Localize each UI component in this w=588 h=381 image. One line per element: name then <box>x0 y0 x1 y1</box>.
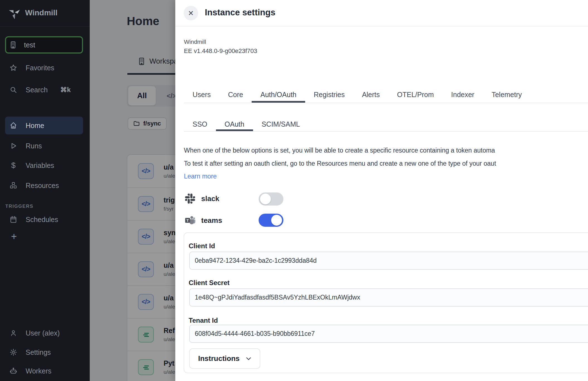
sidebar: Windmill test <box>0 0 90 381</box>
tab-core[interactable]: Core <box>219 87 252 103</box>
sidebar-item-workers[interactable]: Workers <box>0 364 90 378</box>
calendar-icon <box>9 215 18 224</box>
triggers-section-label: TRIGGERS <box>5 204 33 209</box>
description-line-1: When one of the below options is set, yo… <box>184 147 495 154</box>
sidebar-item-label: Workers <box>26 367 52 375</box>
sidebar-item-runs[interactable]: Runs <box>0 139 90 153</box>
sidebar-item-schedules[interactable]: Schedules <box>0 213 90 226</box>
sidebar-divider <box>0 26 90 26</box>
dollar-icon: $ <box>9 161 18 170</box>
learn-more-link[interactable]: Learn more <box>184 173 217 180</box>
play-icon <box>9 142 18 150</box>
windmill-app: Windmill test <box>0 0 588 381</box>
tab-auth-oauth[interactable]: Auth/OAuth <box>252 87 305 103</box>
sidebar-item-search[interactable]: Search ⌘k <box>0 83 90 97</box>
robot-icon <box>9 367 18 375</box>
integration-teams: T teams <box>185 213 222 228</box>
toggle-knob <box>271 215 282 226</box>
drawer-header: ✕ Instance settings <box>175 0 588 26</box>
workspace-selector[interactable]: test <box>5 36 83 54</box>
integration-slack: slack <box>185 191 219 206</box>
description-line-2: To test it after setting an oauth client… <box>184 160 496 167</box>
slack-toggle[interactable] <box>259 192 283 206</box>
client-id-label: Client Id <box>189 242 215 250</box>
subtab-sso[interactable]: SSO <box>184 117 216 131</box>
client-secret-label: Client Secret <box>189 279 230 287</box>
slack-label: slack <box>201 194 219 203</box>
teams-oauth-card: Client Id Client Secret Tenant Id Instru… <box>184 232 588 373</box>
drawer-title: Instance settings <box>205 8 275 18</box>
client-secret-input[interactable] <box>189 288 588 307</box>
tab-otel-prom[interactable]: OTEL/Prom <box>388 87 443 103</box>
subtab-scim-saml[interactable]: SCIM/SAML <box>253 117 309 131</box>
instance-settings-drawer: ✕ Instance settings Windmill EE v1.448.0… <box>175 0 588 381</box>
search-icon <box>9 86 18 94</box>
version-string: EE v1.448.0-9-g00e23f703 <box>184 47 257 55</box>
workspace-name: test <box>24 41 35 49</box>
sidebar-item-label: Settings <box>26 348 51 356</box>
star-icon <box>9 64 18 72</box>
tenant-id-label: Tenant Id <box>189 317 218 324</box>
home-icon <box>9 121 18 130</box>
teams-toggle[interactable] <box>259 214 283 227</box>
sidebar-item-favorites[interactable]: Favorites <box>0 61 90 75</box>
version-info: Windmill EE v1.448.0-9-g00e23f703 <box>184 38 257 55</box>
toggle-knob <box>260 194 271 204</box>
user-icon <box>9 329 18 337</box>
search-shortcut: ⌘k <box>60 86 71 94</box>
tenant-id-input[interactable] <box>189 325 588 343</box>
settings-tabs: Users Core Auth/OAuth Registries Alerts … <box>184 87 588 103</box>
sidebar-item-variables[interactable]: $ Variables <box>0 158 90 172</box>
sidebar-item-home[interactable]: Home <box>5 117 83 134</box>
tab-telemetry[interactable]: Telemetry <box>483 87 530 103</box>
add-trigger-button[interactable]: + <box>8 230 20 243</box>
cubes-icon <box>9 181 18 190</box>
instructions-button[interactable]: Instructions <box>189 348 260 369</box>
tab-indexer[interactable]: Indexer <box>443 87 483 103</box>
subtab-oauth[interactable]: OAuth <box>216 117 253 131</box>
brand-name: Windmill <box>25 8 57 17</box>
slack-icon <box>185 194 195 204</box>
sidebar-item-label: Search <box>26 86 48 94</box>
windmill-logo-icon <box>8 7 21 19</box>
auth-subtabs: SSO OAuth SCIM/SAML <box>184 117 588 132</box>
client-id-input[interactable] <box>189 252 588 270</box>
sidebar-item-label: User (alex) <box>26 329 60 337</box>
tab-registries[interactable]: Registries <box>305 87 353 103</box>
sidebar-item-resources[interactable]: Resources <box>0 179 90 192</box>
instructions-label: Instructions <box>198 354 240 363</box>
teams-icon: T <box>185 215 195 226</box>
svg-text:T: T <box>186 218 189 223</box>
sidebar-item-label: Variables <box>26 161 54 170</box>
sidebar-item-label: Favorites <box>26 64 54 72</box>
sidebar-item-label: Runs <box>26 142 42 150</box>
app-name: Windmill <box>184 38 257 45</box>
building-icon <box>9 41 17 49</box>
sidebar-item-label: Resources <box>26 182 59 190</box>
tab-alerts[interactable]: Alerts <box>353 87 388 103</box>
sidebar-item-user[interactable]: User (alex) <box>0 326 90 340</box>
close-icon[interactable]: ✕ <box>184 6 198 20</box>
tab-users[interactable]: Users <box>184 87 219 103</box>
sidebar-item-label: Home <box>26 122 44 130</box>
gear-icon <box>9 348 18 356</box>
teams-label: teams <box>201 216 222 225</box>
sidebar-item-settings[interactable]: Settings <box>0 345 90 359</box>
chevron-down-icon <box>246 357 251 361</box>
brand[interactable]: Windmill <box>8 7 57 19</box>
sidebar-item-label: Schedules <box>26 216 58 224</box>
